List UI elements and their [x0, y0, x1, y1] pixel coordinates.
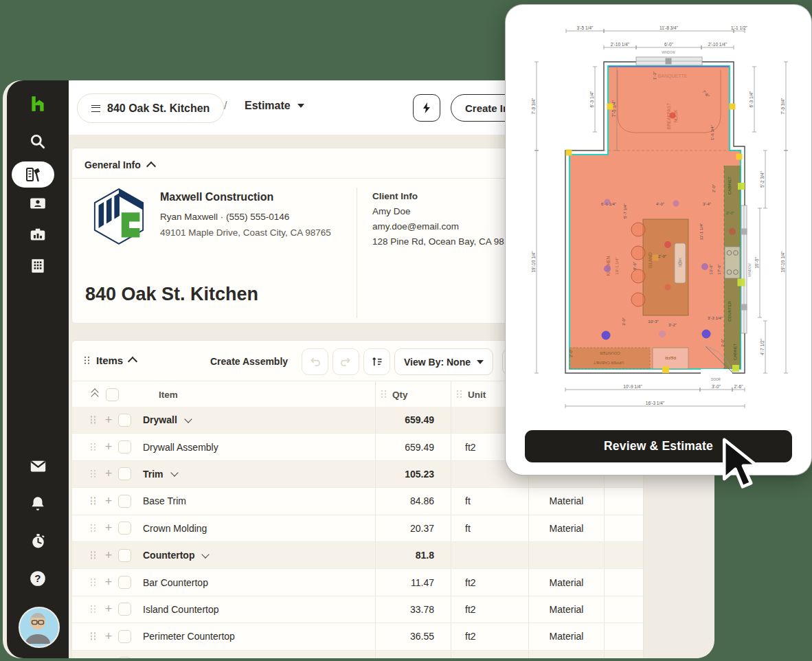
svg-text:4'-0": 4'-0": [656, 202, 664, 206]
drag-handle-icon[interactable]: [84, 357, 90, 365]
row-checkbox[interactable]: [118, 657, 131, 658]
svg-text:10'-0": 10'-0": [754, 257, 759, 269]
drag-handle-icon[interactable]: [91, 443, 96, 451]
houzz-logo[interactable]: [7, 94, 69, 113]
svg-text:SINK: SINK: [678, 258, 682, 267]
chevron-down-icon[interactable]: [170, 469, 178, 477]
add-icon[interactable]: +: [104, 602, 113, 616]
table-row[interactable]: +Countertop81.8: [72, 542, 643, 569]
column-header-item[interactable]: Item: [159, 390, 178, 400]
estimate-dropdown[interactable]: Estimate: [245, 100, 304, 112]
add-icon[interactable]: +: [104, 440, 113, 454]
floorplan-drawing[interactable]: 3'-5 1/4"11'-8 3/4"1'-1 1/2"2'-10 1/4"6'…: [506, 5, 811, 421]
svg-text:2'-0": 2'-0": [721, 339, 725, 347]
add-icon[interactable]: +: [104, 548, 113, 563]
table-row[interactable]: +Flooring379.56: [72, 651, 643, 658]
item-qty: 105.23: [375, 461, 451, 487]
table-row[interactable]: +Island Countertop33.78ft2Material: [72, 596, 643, 623]
row-checkbox[interactable]: [118, 522, 131, 535]
chevron-up-icon: [128, 357, 137, 366]
table-row[interactable]: +Crown Molding20.37ftMaterial: [72, 515, 643, 542]
search-icon[interactable]: [7, 133, 69, 150]
sort-button[interactable]: [363, 348, 390, 375]
view-by-label: View By: None: [404, 357, 471, 368]
add-icon[interactable]: +: [104, 413, 113, 427]
svg-text:19'-1 1/4": 19'-1 1/4": [615, 257, 619, 274]
drag-handle-icon[interactable]: [91, 632, 96, 640]
sidebar-item-jobs[interactable]: [7, 226, 69, 244]
item-cost-type: Material: [528, 569, 604, 595]
row-checkbox[interactable]: [118, 630, 131, 643]
sidebar-item-takeoffs-active[interactable]: [12, 161, 54, 188]
item-unit: ft: [451, 488, 528, 514]
sidebar-item-contacts[interactable]: [7, 194, 69, 212]
undo-icon: [309, 356, 321, 368]
svg-text:13'-6": 13'-6": [709, 264, 713, 274]
notifications-bell-icon[interactable]: [7, 495, 69, 513]
general-info-toggle[interactable]: General Info: [84, 159, 155, 170]
table-row[interactable]: +Bar Countertop11.47ft2Material: [72, 569, 643, 596]
redo-button[interactable]: [332, 348, 359, 375]
drag-handle-icon[interactable]: [91, 416, 96, 424]
svg-text:11'-8 3/4": 11'-8 3/4": [659, 25, 679, 30]
drag-handle-icon[interactable]: [91, 605, 96, 614]
table-row[interactable]: +Perimeter Countertop36.55ft2Material: [72, 623, 643, 650]
project-breadcrumb-pill[interactable]: 840 Oak St. Kitchen: [77, 93, 224, 123]
column-header-qty[interactable]: Qty: [392, 390, 408, 400]
drag-handle-icon[interactable]: [91, 524, 96, 533]
add-icon[interactable]: +: [104, 467, 113, 481]
drag-handle-icon[interactable]: [381, 390, 387, 399]
svg-text:1'-3": 1'-3": [653, 71, 657, 80]
add-icon[interactable]: +: [104, 656, 113, 658]
row-checkbox[interactable]: [118, 603, 131, 616]
svg-text:2'-10 1/4": 2'-10 1/4": [611, 42, 630, 47]
svg-text:5'-2 3/4": 5'-2 3/4": [760, 170, 765, 187]
drag-handle-icon[interactable]: [91, 470, 96, 478]
add-icon[interactable]: +: [104, 629, 113, 644]
client-email: amy.doe@email.com: [372, 221, 504, 232]
row-checkbox[interactable]: [118, 414, 131, 427]
row-checkbox[interactable]: [118, 495, 131, 508]
column-header-unit[interactable]: Unit: [468, 390, 486, 400]
row-checkbox[interactable]: [118, 440, 131, 453]
items-section-toggle[interactable]: Items: [84, 355, 136, 366]
create-assembly-button[interactable]: Create Assembly: [210, 356, 288, 367]
help-icon[interactable]: ?: [7, 570, 69, 587]
svg-text:3'-5 1/4": 3'-5 1/4": [577, 25, 594, 30]
svg-text:2'-10 1/4": 2'-10 1/4": [708, 42, 728, 47]
item-qty: 659.49: [375, 434, 451, 460]
row-checkbox[interactable]: [118, 576, 131, 589]
user-avatar[interactable]: [19, 607, 60, 648]
table-row[interactable]: +Base Trim84.86ftMaterial: [72, 488, 643, 515]
item-name: Crown Molding: [143, 523, 207, 534]
lightning-icon: [421, 102, 432, 114]
select-all-checkbox[interactable]: [106, 388, 119, 401]
row-checkbox[interactable]: [118, 467, 131, 480]
svg-text:CABINET: CABINET: [728, 177, 732, 194]
drag-handle-icon[interactable]: [457, 390, 462, 399]
drag-handle-icon[interactable]: [91, 579, 96, 587]
add-icon[interactable]: +: [104, 575, 113, 590]
create-invoice-label: Create In: [465, 102, 509, 114]
svg-text:16'-3 1/4": 16'-3 1/4": [646, 401, 665, 405]
svg-text:2'-0": 2'-0": [658, 254, 666, 258]
chevron-down-icon[interactable]: [202, 550, 210, 558]
svg-text:6'-3 1/4": 6'-3 1/4": [589, 91, 594, 107]
add-icon[interactable]: +: [104, 494, 113, 508]
quick-actions-button[interactable]: [413, 94, 440, 122]
collapse-all-icon[interactable]: [92, 390, 98, 399]
mail-icon[interactable]: [7, 457, 69, 475]
view-by-dropdown[interactable]: View By: None: [394, 348, 493, 375]
time-tracker-icon[interactable]: [7, 533, 69, 550]
row-checkbox[interactable]: [118, 549, 131, 562]
drag-handle-icon[interactable]: [91, 497, 96, 505]
add-icon[interactable]: +: [104, 521, 113, 535]
undo-button[interactable]: [302, 348, 328, 375]
item-name: Drywall: [143, 414, 177, 425]
item-cost-type: Material: [528, 623, 604, 649]
sidebar-item-company[interactable]: [7, 257, 69, 275]
client-info: Client Info Amy Doe amy.doe@email.com 12…: [372, 191, 504, 251]
client-info-title: Client Info: [372, 191, 504, 201]
drag-handle-icon[interactable]: [91, 551, 96, 559]
chevron-down-icon[interactable]: [184, 415, 192, 423]
